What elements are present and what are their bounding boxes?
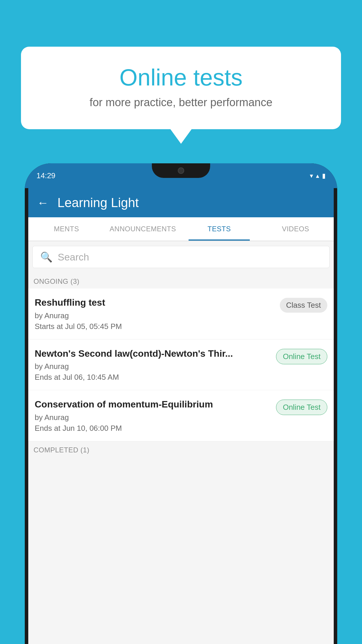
bubble-subtitle: for more practice, better performance <box>44 96 318 109</box>
search-bar[interactable]: 🔍 Search <box>32 246 330 268</box>
test-badge-online-newton: Online Test <box>276 349 327 364</box>
app-bar-title: Learning Light <box>57 195 139 210</box>
speech-bubble: Online tests for more practice, better p… <box>21 47 341 129</box>
test-time-reshuffling: Starts at Jul 05, 05:45 PM <box>35 322 275 331</box>
camera <box>178 167 184 174</box>
test-title-reshuffling: Reshuffling test <box>35 297 275 309</box>
signal-icon: ▴ <box>316 172 319 180</box>
ongoing-section-label: ONGOING (3) <box>28 273 334 288</box>
test-title-newton: Newton's Second law(contd)-Newton's Thir… <box>35 348 271 360</box>
test-badge-class-reshuffling: Class Test <box>280 298 327 313</box>
phone-screen: ← Learning Light MENTS ANNOUNCEMENTS TES… <box>28 188 334 644</box>
test-info-reshuffling: Reshuffling test by Anurag Starts at Jul… <box>35 297 280 331</box>
back-button[interactable]: ← <box>37 196 49 209</box>
test-item-reshuffling[interactable]: Reshuffling test by Anurag Starts at Jul… <box>28 288 334 340</box>
bubble-title: Online tests <box>44 64 318 91</box>
test-info-newton: Newton's Second law(contd)-Newton's Thir… <box>35 348 276 382</box>
test-info-conservation: Conservation of momentum-Equilibrium by … <box>35 398 276 433</box>
search-placeholder: Search <box>58 251 89 263</box>
test-time-newton: Ends at Jul 06, 10:45 AM <box>35 373 271 382</box>
wifi-icon: ▾ <box>310 172 313 180</box>
test-author-newton: by Anurag <box>35 362 271 371</box>
test-time-conservation: Ends at Jun 10, 06:00 PM <box>35 424 271 433</box>
test-author-conservation: by Anurag <box>35 413 271 422</box>
phone-notch <box>152 163 210 178</box>
search-icon: 🔍 <box>40 251 52 263</box>
completed-section-label: COMPLETED (1) <box>28 441 334 457</box>
test-author-reshuffling: by Anurag <box>35 311 275 320</box>
status-time: 14:29 <box>36 171 55 180</box>
tab-videos[interactable]: VIDEOS <box>257 217 334 241</box>
status-bar: 14:29 ▾ ▴ ▮ <box>25 163 337 188</box>
tab-announcements[interactable]: ANNOUNCEMENTS <box>105 217 181 241</box>
phone-frame: 14:29 ▾ ▴ ▮ ← Learning Light MENTS ANNOU… <box>25 163 337 644</box>
status-icons: ▾ ▴ ▮ <box>310 172 326 180</box>
tab-ments[interactable]: MENTS <box>28 217 105 241</box>
battery-icon: ▮ <box>322 172 326 180</box>
test-badge-online-conservation: Online Test <box>276 400 327 415</box>
test-item-newton[interactable]: Newton's Second law(contd)-Newton's Thir… <box>28 340 334 391</box>
tab-tests[interactable]: TESTS <box>181 217 257 241</box>
test-item-conservation[interactable]: Conservation of momentum-Equilibrium by … <box>28 390 334 441</box>
tabs-bar: MENTS ANNOUNCEMENTS TESTS VIDEOS <box>28 217 334 241</box>
test-title-conservation: Conservation of momentum-Equilibrium <box>35 398 271 411</box>
app-bar: ← Learning Light <box>28 188 334 217</box>
